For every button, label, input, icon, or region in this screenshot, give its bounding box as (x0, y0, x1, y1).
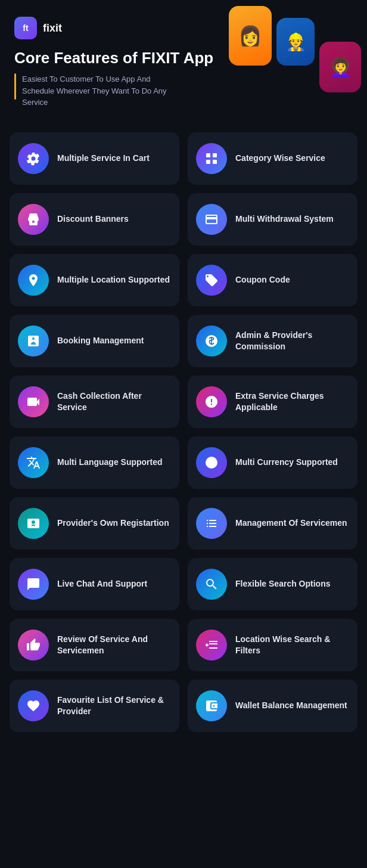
feature-icon-f14 (196, 508, 227, 539)
feature-card-f5: Multiple Location Supported (10, 254, 179, 306)
feature-icon-f10 (196, 386, 227, 417)
feature-label-f16: Flexible Search Options (235, 578, 331, 590)
feature-icon-f20 (196, 690, 227, 721)
feature-icon-f16 (196, 569, 227, 600)
feature-card-f20: Wallet Balance Management (188, 680, 357, 732)
feature-card-f6: Coupon Code (188, 254, 357, 306)
feature-icon-f2 (196, 143, 227, 174)
feature-label-f10: Extra Service Charges Applicable (235, 390, 349, 413)
feature-label-f6: Coupon Code (235, 274, 290, 286)
feature-card-f18: Location Wise Search & Filters (188, 619, 357, 671)
feature-label-f11: Multi Language Supported (57, 457, 163, 468)
feature-label-f1: Multiple Service In Cart (57, 153, 150, 164)
feature-icon-f11 (18, 447, 49, 478)
feature-label-f3: Discount Banners (57, 213, 129, 225)
logo-name: fixit (43, 22, 62, 35)
hero-image-1: 👩 (229, 6, 272, 66)
feature-card-f15: Live Chat And Support (10, 558, 179, 610)
feature-icon-f19 (18, 690, 49, 721)
features-grid: Multiple Service In CartCategory Wise Se… (0, 118, 367, 742)
feature-icon-f13 (18, 508, 49, 539)
feature-icon-f4 (196, 204, 227, 235)
feature-label-f4: Multi Withdrawal System (235, 213, 334, 225)
feature-icon-f18 (196, 630, 227, 661)
feature-card-f2: Category Wise Service (188, 132, 357, 185)
feature-icon-f3 (18, 204, 49, 235)
feature-card-f13: Provider's Own Registartion (10, 497, 179, 550)
feature-label-f14: Management Of Servicemen (235, 517, 347, 529)
feature-card-f7: Booking Management (10, 315, 179, 367)
logo-initials: ft (23, 23, 28, 33)
feature-label-f13: Provider's Own Registartion (57, 517, 169, 529)
feature-icon-f7 (18, 326, 49, 356)
feature-label-f19: Favourite List Of Service & Provider (57, 695, 171, 717)
feature-label-f20: Wallet Balance Management (235, 700, 347, 711)
feature-label-f9: Cash Collection After Service (57, 390, 171, 413)
feature-card-f17: Review Of Service And Servicemen (10, 619, 179, 671)
svg-rect-0 (206, 153, 210, 157)
feature-card-f9: Cash Collection After Service (10, 376, 179, 428)
feature-icon-f6 (196, 265, 227, 296)
feature-icon-f12 (196, 447, 227, 478)
hero-image-2: 👷 (276, 18, 315, 66)
feature-label-f7: Booking Management (57, 335, 144, 346)
feature-label-f8: Admin & Provider's Commission (235, 330, 349, 352)
feature-label-f5: Multiple Location Supported (57, 274, 170, 286)
feature-card-f11: Multi Language Supported (10, 436, 179, 489)
feature-icon-f15 (18, 569, 49, 600)
subtitle-text: Easiest To Customer To Use App And Sched… (22, 73, 177, 108)
feature-card-f4: Multi Withdrawal System (188, 193, 357, 246)
feature-icon-f8 (196, 326, 227, 356)
feature-icon-f9 (18, 386, 49, 417)
feature-label-f2: Category Wise Service (235, 153, 325, 164)
logo-box: ft (14, 17, 37, 39)
feature-label-f18: Location Wise Search & Filters (235, 634, 349, 656)
feature-card-f12: Multi Currency Supported (188, 436, 357, 489)
hero-image-3: 👩‍🦱 (319, 42, 361, 92)
feature-label-f12: Multi Currency Supported (235, 457, 338, 468)
subtitle-line (14, 73, 16, 100)
feature-icon-f5 (18, 265, 49, 296)
feature-card-f19: Favourite List Of Service & Provider (10, 680, 179, 732)
feature-card-f8: Admin & Provider's Commission (188, 315, 357, 367)
svg-rect-3 (213, 160, 217, 164)
feature-card-f1: Multiple Service In Cart (10, 132, 179, 185)
feature-card-f16: Flexible Search Options (188, 558, 357, 610)
feature-card-f10: Extra Service Charges Applicable (188, 376, 357, 428)
svg-rect-2 (206, 160, 210, 164)
feature-label-f17: Review Of Service And Servicemen (57, 634, 171, 656)
svg-rect-1 (213, 153, 217, 157)
feature-icon-f17 (18, 630, 49, 661)
feature-card-f3: Discount Banners (10, 193, 179, 246)
header: ft fixit 👩 👷 👩‍🦱 Core Features of FIXIT … (0, 0, 367, 118)
feature-label-f15: Live Chat And Support (57, 578, 147, 590)
feature-icon-f1 (18, 143, 49, 174)
header-images: 👩 👷 👩‍🦱 (229, 6, 361, 92)
feature-card-f14: Management Of Servicemen (188, 497, 357, 550)
